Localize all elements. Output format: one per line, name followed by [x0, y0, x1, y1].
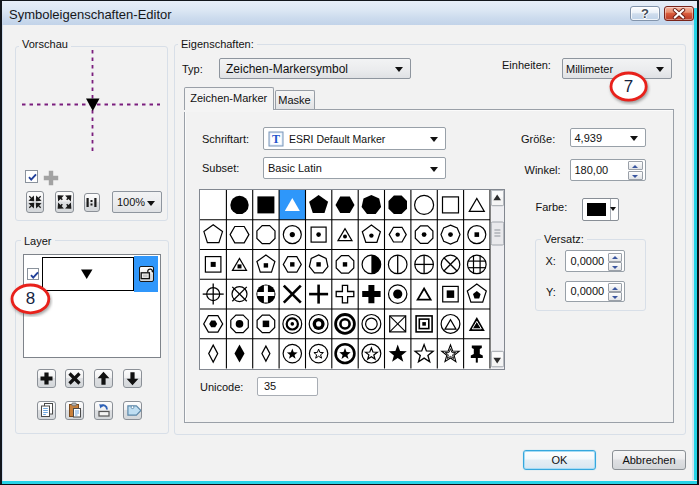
svg-text:7: 7 [624, 77, 633, 96]
svg-text:8: 8 [26, 289, 35, 308]
svg-text:T: T [272, 132, 280, 146]
